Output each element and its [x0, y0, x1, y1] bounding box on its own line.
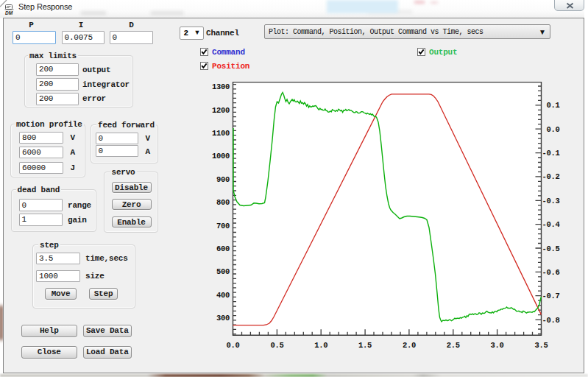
svg-text:-0.7: -0.7	[542, 292, 559, 300]
svg-text:900: 900	[216, 175, 230, 184]
svg-text:0.0: 0.0	[546, 125, 559, 134]
svg-text:2.0: 2.0	[403, 341, 416, 350]
svg-text:3.5: 3.5	[534, 341, 548, 350]
svg-text:-0.8: -0.8	[542, 316, 559, 325]
svg-text:700: 700	[216, 222, 230, 230]
svg-text:-0.6: -0.6	[542, 268, 559, 277]
svg-text:2.5: 2.5	[447, 341, 460, 350]
svg-text:-0.3: -0.3	[542, 197, 559, 205]
svg-text:1100: 1100	[212, 129, 230, 138]
svg-text:0.1: 0.1	[546, 101, 559, 110]
svg-text:-0.1: -0.1	[542, 149, 559, 158]
svg-text:0.0: 0.0	[226, 341, 239, 350]
svg-text:800: 800	[216, 198, 230, 207]
svg-text:300: 300	[216, 314, 230, 323]
svg-text:-0.2: -0.2	[542, 172, 559, 181]
svg-text:1.5: 1.5	[358, 341, 372, 350]
svg-text:3.0: 3.0	[491, 341, 504, 350]
svg-text:1300: 1300	[212, 82, 230, 91]
svg-text:500: 500	[216, 267, 230, 276]
svg-text:1000: 1000	[212, 152, 230, 161]
svg-text:0.5: 0.5	[270, 341, 283, 350]
svg-text:-0.5: -0.5	[542, 244, 559, 253]
svg-text:1.0: 1.0	[314, 341, 327, 350]
svg-text:400: 400	[216, 291, 230, 300]
svg-text:1200: 1200	[212, 106, 230, 115]
svg-text:600: 600	[216, 244, 230, 253]
svg-text:-0.4: -0.4	[542, 220, 559, 229]
